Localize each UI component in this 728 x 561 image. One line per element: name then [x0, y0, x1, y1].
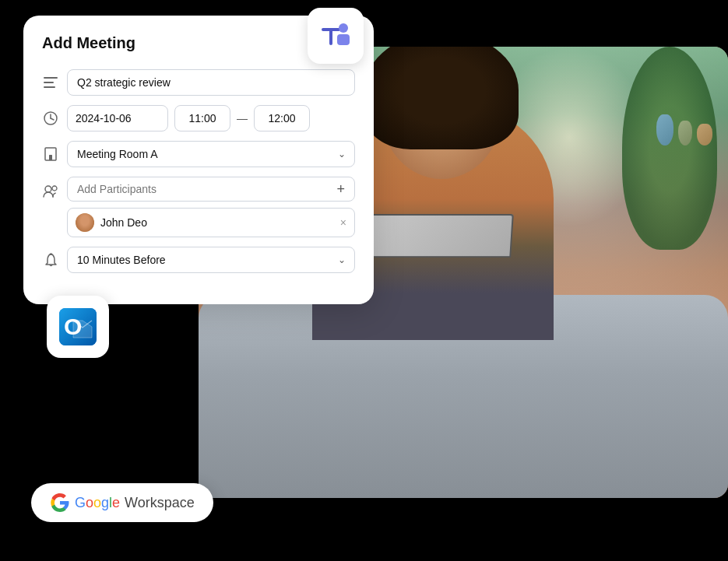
meeting-title-input[interactable]	[67, 69, 355, 96]
google-logo-icon	[50, 493, 70, 513]
add-participant-row[interactable]: +	[67, 177, 355, 202]
datetime-inputs: —	[67, 105, 355, 131]
svg-line-9	[51, 118, 54, 120]
date-input[interactable]	[67, 105, 168, 131]
add-participant-input[interactable]	[77, 183, 336, 195]
participant-name: John Deo	[100, 216, 334, 229]
title-input-wrapper[interactable]	[67, 69, 355, 96]
reminder-icon	[42, 251, 59, 268]
room-select[interactable]: Meeting Room A	[67, 141, 355, 167]
time-separator: —	[237, 112, 248, 124]
title-icon	[42, 74, 59, 91]
datetime-row: —	[42, 105, 355, 131]
svg-rect-1	[329, 28, 332, 45]
reminder-select-wrapper[interactable]: 10 Minutes Before ⌄	[67, 247, 355, 273]
reminder-select[interactable]: 10 Minutes Before	[67, 247, 355, 273]
svg-rect-11	[49, 155, 52, 160]
svg-point-12	[45, 186, 51, 192]
svg-point-2	[339, 23, 348, 33]
add-participant-button[interactable]: +	[336, 182, 345, 196]
end-time-input[interactable]	[254, 105, 310, 131]
reminder-row: 10 Minutes Before ⌄	[42, 247, 355, 273]
participant-avatar	[76, 213, 94, 232]
participant-tag: John Deo ×	[67, 208, 355, 237]
svg-rect-5	[44, 82, 54, 83]
time-icon	[42, 110, 59, 127]
svg-point-13	[52, 186, 57, 191]
google-text: Google	[75, 495, 120, 511]
svg-rect-6	[44, 86, 55, 88]
workspace-text: Workspace	[125, 495, 195, 511]
participants-icon	[42, 183, 59, 200]
plant-right	[622, 47, 717, 250]
participants-row: + John Deo ×	[42, 177, 355, 237]
room-icon	[42, 146, 59, 163]
remove-participant-button[interactable]: ×	[340, 216, 346, 229]
google-workspace-badge: Google Workspace	[31, 483, 213, 522]
outlook-icon-badge: O	[47, 296, 109, 358]
room-row: Meeting Room A ⌄	[42, 141, 355, 167]
participants-content: + John Deo ×	[67, 177, 355, 237]
vases	[656, 114, 712, 146]
room-select-wrapper[interactable]: Meeting Room A ⌄	[67, 141, 355, 167]
svg-rect-3	[337, 34, 350, 45]
title-row	[42, 69, 355, 96]
start-time-input[interactable]	[174, 105, 230, 131]
teams-icon-badge	[308, 8, 364, 64]
svg-rect-4	[44, 77, 58, 79]
